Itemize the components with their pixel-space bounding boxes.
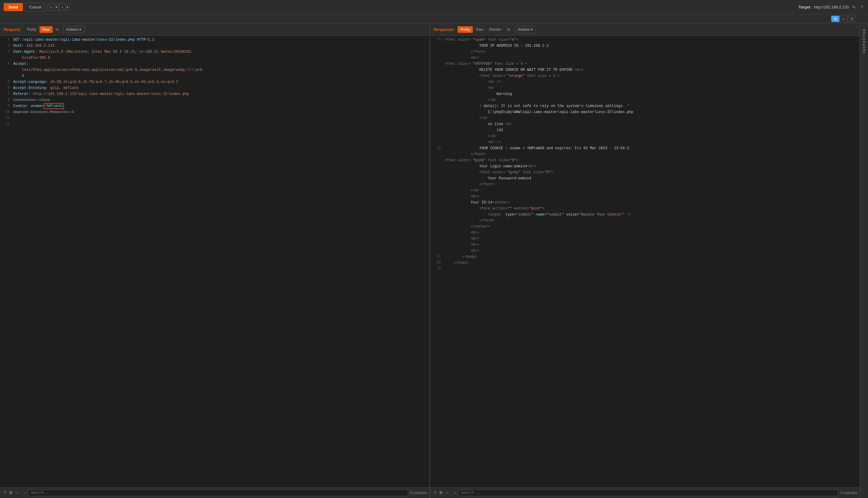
- request-title: Request: [4, 27, 20, 32]
- table-row: <font color= "#FFFF00" font size = 4 >: [430, 61, 859, 67]
- table-row: </font>: [430, 152, 859, 158]
- toolbar-left: Send Cancel ‹ ▾ › ▾: [4, 3, 70, 11]
- request-panel: Request Pretty Raw \n Actions ▾ 1 GET /s…: [0, 24, 430, 498]
- nav-back-button[interactable]: ‹: [48, 3, 54, 11]
- table-row: <font color= "grey" font size="5">: [430, 170, 859, 176]
- request-bottom-bar: ? ⚙ ← → 0 matches: [0, 487, 429, 498]
- response-title: Response: [434, 27, 454, 32]
- table-row: 11: [0, 116, 429, 121]
- req-bottom-settings[interactable]: ⚙: [8, 490, 14, 496]
- table-row: 3 User-Agent: Mozilla/5.0 (Macintosh; In…: [0, 49, 429, 55]
- table-row: Your Password:admin4: [430, 176, 859, 182]
- response-search-input[interactable]: [458, 489, 838, 496]
- response-actions-button[interactable]: Actions ▾: [515, 26, 536, 33]
- edit-target-button[interactable]: ✎: [851, 4, 857, 10]
- table-row: <br>: [430, 236, 859, 242]
- table-row: 1 GET /sqli-labs-master/sqli-labs-master…: [0, 37, 429, 43]
- req-bottom-prev[interactable]: ←: [14, 490, 21, 496]
- response-matches-label: 0 matches: [841, 491, 857, 495]
- nav-forward-dropdown[interactable]: ▾: [65, 4, 70, 10]
- response-panel: Response Pretty Raw Render \n Actions ▾ …: [430, 24, 859, 498]
- table-row: Your ID:14<center>: [430, 200, 859, 206]
- request-tab-newline[interactable]: \n: [53, 26, 62, 33]
- table-row: C:\phpStudy\WWW\sqli-labs-master\sqli-la…: [430, 109, 859, 116]
- actions-chevron: ▾: [79, 27, 81, 32]
- table-row: <br />: [430, 79, 859, 85]
- response-header: Response Pretty Raw Render \n Actions ▾: [430, 24, 859, 36]
- request-tab-raw[interactable]: Raw: [39, 26, 53, 33]
- table-row: : date(): It is not safe to rely on the …: [430, 103, 859, 109]
- table-row: <br>: [430, 230, 859, 236]
- table-row: <br>: [430, 55, 859, 61]
- response-code-area: 25 <font color= "cyan" font size="4"> YO…: [430, 36, 859, 487]
- send-button[interactable]: Send: [4, 3, 23, 11]
- request-matches-label: 0 matches: [411, 491, 427, 495]
- table-row: 6 Accept-Encoding: gzip, deflate: [0, 85, 429, 91]
- table-row: <br>: [430, 242, 859, 248]
- nav-back-dropdown[interactable]: ▾: [55, 4, 59, 10]
- request-header: Request Pretty Raw \n Actions ▾: [0, 24, 429, 36]
- response-tab-render[interactable]: Render: [486, 26, 504, 33]
- resp-bottom-settings[interactable]: ⚙: [438, 490, 444, 496]
- table-row: 12: [0, 121, 429, 128]
- table-row: </b>: [430, 133, 859, 140]
- request-tab-pretty[interactable]: Pretty: [24, 26, 39, 33]
- top-toolbar: Send Cancel ‹ ▾ › ▾ Target: http://192.1…: [0, 0, 868, 14]
- view-list-button[interactable]: ≡: [840, 16, 847, 22]
- table-row: <br>: [430, 194, 859, 200]
- table-row: 28 </html>: [430, 260, 859, 266]
- table-row: </b>: [430, 116, 859, 121]
- request-actions-button[interactable]: Actions ▾: [63, 26, 84, 33]
- table-row: text/html,application/xhtml+xml,applicat…: [0, 67, 429, 73]
- response-actions-chevron: ▾: [531, 27, 533, 32]
- req-bottom-help[interactable]: ?: [2, 490, 8, 496]
- table-row: <b>: [430, 85, 859, 91]
- request-search-input[interactable]: [28, 489, 408, 496]
- resp-bottom-help[interactable]: ?: [432, 490, 438, 496]
- table-row: 7 Referer: http://192.168.2.133/sqli-lab…: [0, 91, 429, 97]
- help-button[interactable]: ?: [859, 4, 864, 10]
- table-row: 142: [430, 128, 859, 133]
- table-row: Firefox/105.0: [0, 55, 429, 61]
- table-row: 8: [0, 73, 429, 79]
- response-tab-raw[interactable]: Raw: [473, 26, 486, 33]
- view-split-button[interactable]: ⊟: [848, 16, 856, 22]
- table-row: 25 <font color= "cyan" font size="4">: [430, 37, 859, 43]
- table-row: 4 Accept:: [0, 61, 429, 67]
- response-tab-newline[interactable]: \n: [504, 26, 513, 33]
- table-row: <font color= "orange" font size = 5 >: [430, 73, 859, 79]
- inspector-panel: INSPECTOR: [859, 24, 868, 498]
- actions-label: Actions: [66, 27, 78, 32]
- target-prefix-label: Target:: [798, 5, 811, 9]
- table-row: on line <b>: [430, 121, 859, 128]
- response-actions-label: Actions: [518, 27, 530, 32]
- table-row: Warning: [430, 91, 859, 97]
- inspector-label: INSPECTOR: [862, 28, 866, 53]
- request-code-area: 1 GET /sqli-labs-master/sqli-labs-master…: [0, 36, 429, 487]
- view-mode-bar: ⊞ ≡ ⊟: [0, 14, 868, 24]
- table-row: <form action="" method="post">: [430, 206, 859, 212]
- table-row: <br />: [430, 140, 859, 146]
- panels-container: Request Pretty Raw \n Actions ▾ 1 GET /s…: [0, 24, 859, 498]
- table-row: 8 Connection: close: [0, 97, 429, 103]
- resp-bottom-next[interactable]: →: [451, 490, 458, 496]
- nav-forward-button[interactable]: ›: [59, 3, 65, 11]
- target-info: Target: http://192.168.2.133 ✎ ?: [798, 4, 864, 10]
- table-row: 5 Accept-Language: zh-CN,zh;q=0.8,zh-TW;…: [0, 79, 429, 85]
- target-url-label: http://192.168.2.133: [814, 5, 849, 9]
- table-row: 10 Upgrade-Insecure-Requests: 1: [0, 109, 429, 116]
- cancel-button[interactable]: Cancel: [25, 3, 45, 11]
- resp-bottom-prev[interactable]: ←: [444, 490, 451, 496]
- nav-group: ‹ ▾ › ▾: [48, 3, 70, 11]
- table-row: 9 Cookie: uname=YWRtaW40: [0, 103, 429, 109]
- table-row: 2 Host: 192.168.2.133: [0, 43, 429, 49]
- table-row: DELETE YOUR COOKIE OR WAIT FOR IT TO EXP…: [430, 67, 859, 73]
- req-bottom-next[interactable]: →: [21, 490, 28, 496]
- response-bottom-bar: ? ⚙ ← → 0 matches: [430, 487, 859, 498]
- table-row: <br>: [430, 248, 859, 254]
- table-row: 29: [430, 266, 859, 272]
- table-row: </center>: [430, 224, 859, 230]
- table-row: <input type="submit" name="submit" value…: [430, 212, 859, 218]
- view-grid-button[interactable]: ⊞: [831, 16, 839, 22]
- response-tab-pretty[interactable]: Pretty: [457, 26, 473, 33]
